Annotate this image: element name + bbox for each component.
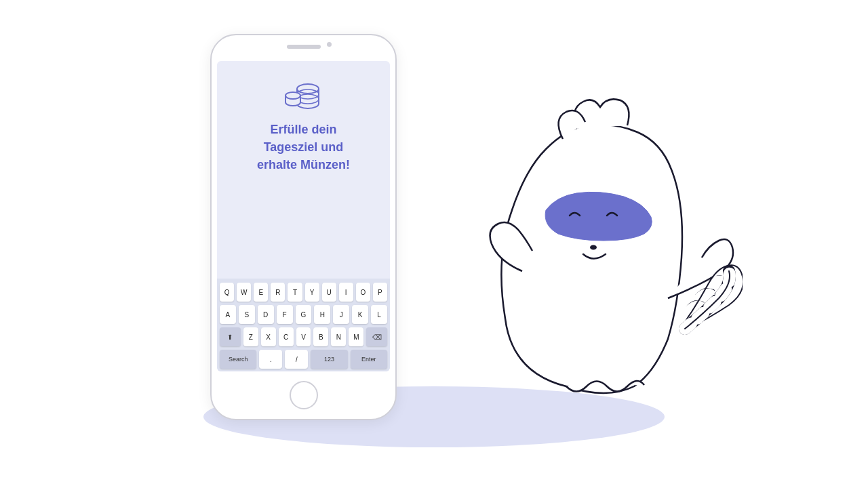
key-h[interactable]: H xyxy=(314,305,330,324)
key-enter[interactable]: Enter xyxy=(351,350,387,369)
phone: Erfülle dein Tagesziel und erhalte Münze… xyxy=(210,34,397,420)
key-x[interactable]: X xyxy=(261,327,276,346)
svg-point-14 xyxy=(590,245,597,250)
coins-icon xyxy=(281,74,327,113)
key-r[interactable]: R xyxy=(271,283,285,302)
svg-point-13 xyxy=(285,92,300,99)
keyboard-row-2: A S D F G H J K L xyxy=(220,305,387,324)
key-search[interactable]: Search xyxy=(220,350,256,369)
keyboard: Q W E R T Y U I O P A S D F G xyxy=(217,279,390,371)
key-u[interactable]: U xyxy=(322,283,336,302)
key-e[interactable]: E xyxy=(254,283,268,302)
key-c[interactable]: C xyxy=(279,327,294,346)
keyboard-row-1: Q W E R T Y U I O P xyxy=(220,283,387,302)
key-s[interactable]: S xyxy=(239,305,255,324)
key-v[interactable]: V xyxy=(296,327,311,346)
key-i[interactable]: I xyxy=(339,283,353,302)
phone-wrapper: Erfülle dein Tagesziel und erhalte Münze… xyxy=(210,34,397,420)
key-d[interactable]: D xyxy=(258,305,274,324)
key-slash[interactable]: / xyxy=(285,350,308,369)
raccoon-character xyxy=(458,61,743,427)
key-a[interactable]: A xyxy=(220,305,236,324)
phone-screen: Erfülle dein Tagesziel und erhalte Münze… xyxy=(217,61,390,371)
key-f[interactable]: F xyxy=(277,305,293,324)
key-g[interactable]: G xyxy=(296,305,312,324)
key-n[interactable]: N xyxy=(331,327,346,346)
key-t[interactable]: T xyxy=(288,283,302,302)
phone-speaker xyxy=(287,45,321,49)
key-period[interactable]: . xyxy=(259,350,282,369)
key-o[interactable]: O xyxy=(356,283,370,302)
key-shift[interactable]: ⬆ xyxy=(220,327,241,346)
keyboard-row-3: ⬆ Z X C V B N M ⌫ xyxy=(220,327,387,346)
key-123[interactable]: 123 xyxy=(311,350,347,369)
key-backspace[interactable]: ⌫ xyxy=(366,327,387,346)
key-j[interactable]: J xyxy=(333,305,349,324)
keyboard-row-4: Search . / 123 Enter xyxy=(220,350,387,369)
svg-point-4 xyxy=(297,84,319,94)
screen-message: Erfülle dein Tagesziel und erhalte Münze… xyxy=(249,121,358,174)
key-b[interactable]: B xyxy=(313,327,328,346)
key-k[interactable]: K xyxy=(352,305,368,324)
key-z[interactable]: Z xyxy=(243,327,258,346)
key-y[interactable]: Y xyxy=(305,283,319,302)
key-p[interactable]: P xyxy=(373,283,387,302)
phone-home-button[interactable] xyxy=(290,381,318,409)
key-q[interactable]: Q xyxy=(220,283,234,302)
key-w[interactable]: W xyxy=(237,283,251,302)
raccoon-svg xyxy=(458,61,743,427)
key-m[interactable]: M xyxy=(349,327,363,346)
coins-icon-area xyxy=(280,73,328,114)
key-l[interactable]: L xyxy=(371,305,387,324)
phone-camera xyxy=(327,42,332,47)
